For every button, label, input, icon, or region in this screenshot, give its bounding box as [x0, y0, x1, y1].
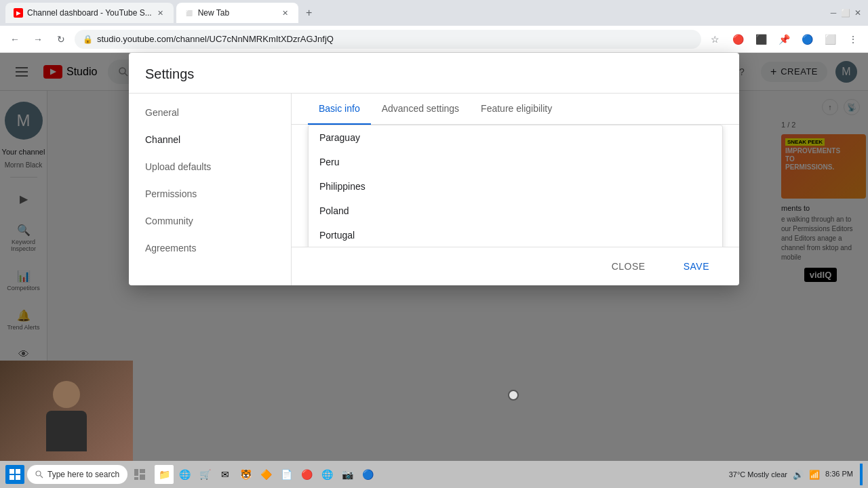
forward-button[interactable]: →: [28, 30, 47, 49]
browser-action-buttons: ☆ 🔴 ⬛ 📌 🔵 ⬜ ⋮: [705, 30, 863, 49]
extension-btn-2[interactable]: ⬛: [751, 30, 770, 49]
nav-agreements[interactable]: Agreements: [129, 235, 291, 262]
mail-icon[interactable]: ✉: [216, 465, 235, 484]
settings-tab-content: rn more Paraguay Peru Philippines Poland…: [292, 125, 739, 247]
address-bar[interactable]: 🔒 studio.youtube.com/channel/UC7cNnNMRKm…: [75, 30, 701, 49]
svg-rect-5: [9, 469, 14, 474]
new-tab-button[interactable]: +: [301, 5, 317, 21]
tab-advanced-settings[interactable]: Advanced settings: [371, 94, 470, 125]
taskbar-search-icon: [35, 470, 43, 479]
country-list[interactable]: Paraguay Peru Philippines Poland Portuga…: [309, 125, 722, 247]
new-tab-favicon: ⬜: [184, 8, 194, 18]
webcam-content: [0, 361, 133, 461]
app-icon-1[interactable]: 🐯: [236, 465, 255, 484]
bookmark-btn[interactable]: ☆: [705, 30, 724, 49]
task-view-btn[interactable]: [130, 465, 149, 484]
nav-channel[interactable]: Channel: [129, 126, 291, 153]
settings-body: General Channel Upload defaults Permissi…: [129, 94, 739, 285]
app-icon-4[interactable]: 🔴: [297, 465, 316, 484]
lock-icon: 🔒: [83, 35, 93, 44]
tab-label-yt: Channel dashboard - YouTube S...: [27, 8, 152, 18]
chrome-icon[interactable]: 🌐: [175, 465, 194, 484]
taskbar-clock[interactable]: 8:36 PM: [825, 469, 853, 479]
tab-close-new[interactable]: ✕: [281, 8, 290, 18]
app-icon-7[interactable]: 🔵: [358, 465, 377, 484]
tab-new-tab[interactable]: ⬜ New Tab ✕: [176, 3, 298, 23]
yt-favicon: ▶: [14, 8, 23, 18]
menu-btn[interactable]: ⋮: [844, 30, 863, 49]
svg-rect-13: [140, 474, 145, 480]
country-item-poland[interactable]: Poland: [309, 199, 722, 223]
store-icon[interactable]: 🛒: [195, 465, 214, 484]
svg-rect-12: [140, 469, 145, 473]
tab-feature-eligibility[interactable]: Feature eligibility: [470, 94, 563, 125]
settings-nav: General Channel Upload defaults Permissi…: [129, 94, 292, 285]
taskbar-search-text: Type here to search: [47, 470, 119, 479]
taskbar-sound-icon[interactable]: 🔊: [793, 470, 804, 480]
settings-title: Settings: [145, 66, 723, 82]
extension-btn-4[interactable]: 🔵: [797, 30, 816, 49]
settings-tabs: Basic info Advanced settings Feature eli…: [292, 94, 739, 125]
webcam-overlay: [0, 361, 133, 461]
svg-rect-7: [9, 475, 14, 480]
taskbar-search[interactable]: Type here to search: [27, 465, 127, 484]
address-text: studio.youtube.com/channel/UC7cNnNMRKmIt…: [97, 34, 334, 44]
app-icon-5[interactable]: 🌐: [317, 465, 336, 484]
tab-basic-info[interactable]: Basic info: [308, 94, 371, 125]
pinned-apps: 📁 🌐 🛒 ✉ 🐯 🔶 📄 🔴 🌐 📷 🔵: [155, 465, 377, 484]
reload-button[interactable]: ↻: [52, 30, 71, 49]
app-icon-6[interactable]: 📷: [338, 465, 357, 484]
taskbar-system-tray: 37°C Mostly clear 🔊 📶 8:36 PM: [729, 464, 863, 485]
taskbar-network-icon[interactable]: 📶: [809, 470, 820, 480]
back-button[interactable]: ←: [5, 30, 24, 49]
webcam-person: [39, 370, 94, 451]
close-window-btn[interactable]: ✕: [853, 8, 863, 18]
svg-rect-8: [16, 475, 20, 480]
extension-btn-1[interactable]: 🔴: [728, 30, 747, 49]
country-item-portugal[interactable]: Portugal: [309, 223, 722, 247]
minimize-btn[interactable]: ─: [829, 8, 838, 18]
windows-start-button[interactable]: [5, 465, 24, 484]
extension-btn-5[interactable]: ⬜: [821, 30, 840, 49]
taskbar: Type here to search 📁 🌐 🛒 ✉ 🐯 🔶 📄 🔴 🌐 📷 …: [0, 461, 868, 488]
nav-upload-defaults[interactable]: Upload defaults: [129, 153, 291, 180]
nav-community[interactable]: Community: [129, 207, 291, 235]
settings-dialog: Settings General Channel Upload defaults…: [129, 53, 739, 285]
settings-content: Basic info Advanced settings Feature eli…: [292, 94, 739, 285]
tab-close-yt[interactable]: ✕: [156, 8, 165, 18]
browser-titlebar: ▶ Channel dashboard - YouTube S... ✕ ⬜ N…: [0, 0, 868, 26]
notification-indicator[interactable]: [860, 464, 863, 485]
file-explorer-icon[interactable]: 📁: [155, 465, 174, 484]
country-dropdown[interactable]: Paraguay Peru Philippines Poland Portuga…: [308, 125, 723, 247]
save-button[interactable]: SAVE: [670, 256, 723, 277]
nav-permissions[interactable]: Permissions: [129, 180, 291, 207]
tab-label-new: New Tab: [198, 8, 229, 18]
taskbar-weather-text: 37°C Mostly clear: [729, 470, 787, 479]
tab-yt-studio[interactable]: ▶ Channel dashboard - YouTube S... ✕: [5, 3, 174, 23]
settings-header: Settings: [129, 53, 739, 94]
webcam-head: [53, 381, 80, 408]
country-item-philippines[interactable]: Philippines: [309, 174, 722, 199]
settings-footer: CLOSE SAVE: [292, 247, 739, 285]
webcam-body: [46, 411, 87, 451]
svg-rect-14: [134, 477, 138, 480]
maximize-btn[interactable]: ⬜: [841, 8, 850, 18]
svg-rect-11: [134, 469, 138, 476]
browser-chrome: ▶ Channel dashboard - YouTube S... ✕ ⬜ N…: [0, 0, 868, 53]
app-icon-2[interactable]: 🔶: [256, 465, 275, 484]
country-item-paraguay[interactable]: Paraguay: [309, 125, 722, 150]
app-icon-3[interactable]: 📄: [277, 465, 296, 484]
country-item-peru[interactable]: Peru: [309, 150, 722, 174]
svg-rect-6: [16, 469, 20, 474]
svg-line-10: [41, 476, 43, 479]
close-button[interactable]: CLOSE: [598, 256, 659, 277]
extension-btn-3[interactable]: 📌: [774, 30, 793, 49]
nav-general[interactable]: General: [129, 99, 291, 126]
svg-point-9: [36, 471, 41, 476]
browser-controls-bar: ← → ↻ 🔒 studio.youtube.com/channel/UC7cN…: [0, 26, 868, 53]
